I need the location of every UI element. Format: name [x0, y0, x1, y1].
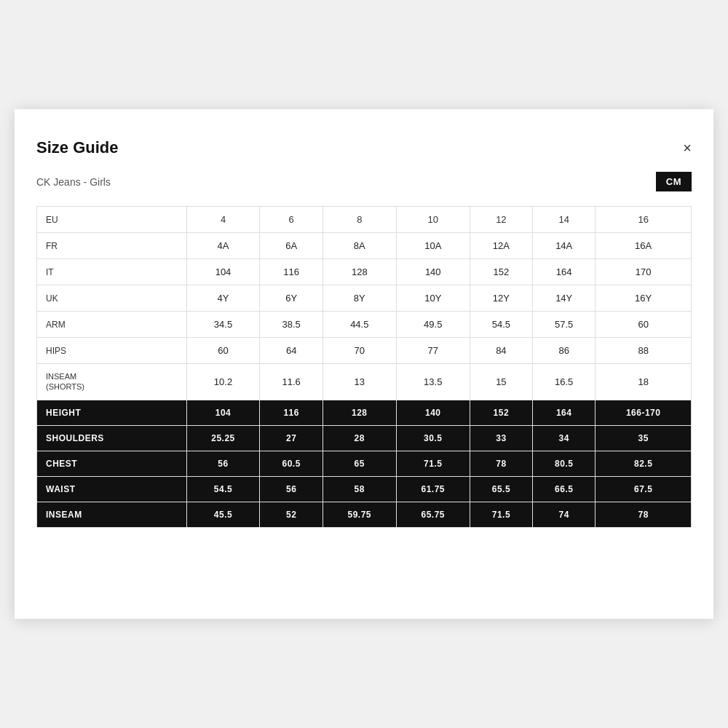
modal-header: Size Guide × — [36, 138, 692, 157]
row-label: IT — [37, 259, 187, 285]
table-row: WAIST54.5565861.7565.566.567.5 — [37, 476, 692, 502]
unit-toggle-button[interactable]: CM — [656, 172, 692, 191]
size-guide-table: EU46810121416FR4A6A8A10A12A14A16AIT10411… — [36, 206, 692, 528]
table-cell: 60 — [596, 312, 692, 338]
table-cell: 13.5 — [396, 364, 470, 400]
table-row: HEIGHT104116128140152164166-170 — [37, 400, 692, 425]
table-row: CHEST5660.56571.57880.582.5 — [37, 451, 692, 476]
table-cell: 16Y — [596, 285, 692, 312]
table-cell: 54.5 — [470, 312, 532, 338]
subtitle-row: CK Jeans - Girls CM — [36, 172, 692, 191]
table-cell: 16.5 — [533, 364, 596, 400]
table-cell: 164 — [533, 400, 596, 425]
table-cell: 128 — [323, 259, 396, 285]
row-label: UK — [37, 285, 187, 312]
table-row: SHOULDERS25.25272830.5333435 — [37, 425, 692, 451]
size-guide-modal: Size Guide × CK Jeans - Girls CM EU46810… — [15, 109, 713, 619]
table-cell: 71.5 — [470, 502, 532, 527]
table-cell: 88 — [596, 338, 692, 364]
table-row: IT104116128140152164170 — [37, 259, 692, 285]
table-row: HIPS60647077848688 — [37, 338, 692, 364]
table-cell: 71.5 — [396, 451, 470, 476]
table-cell: 6 — [260, 207, 323, 233]
table-cell: 116 — [260, 400, 323, 425]
table-cell: 16A — [596, 233, 692, 259]
table-cell: 56 — [260, 476, 323, 502]
table-cell: 14A — [533, 233, 596, 259]
table-cell: 74 — [533, 502, 596, 527]
table-cell: 164 — [533, 259, 596, 285]
table-cell: 6Y — [260, 285, 323, 312]
table-cell: 78 — [470, 451, 532, 476]
table-cell: 116 — [260, 259, 323, 285]
table-cell: 80.5 — [533, 451, 596, 476]
table-cell: 54.5 — [186, 476, 260, 502]
row-label: INSEAM(SHORTS) — [37, 364, 187, 400]
table-cell: 140 — [396, 259, 470, 285]
table-cell: 12A — [470, 233, 532, 259]
table-cell: 10 — [396, 207, 470, 233]
table-cell: 166-170 — [596, 400, 692, 425]
table-cell: 18 — [596, 364, 692, 400]
table-cell: 4A — [186, 233, 260, 259]
close-button[interactable]: × — [683, 141, 692, 155]
table-cell: 14Y — [533, 285, 596, 312]
row-label: FR — [37, 233, 187, 259]
table-cell: 8A — [323, 233, 396, 259]
table-cell: 104 — [186, 259, 260, 285]
table-cell: 170 — [596, 259, 692, 285]
table-row: EU46810121416 — [37, 207, 692, 233]
table-cell: 10.2 — [186, 364, 260, 400]
table-row: FR4A6A8A10A12A14A16A — [37, 233, 692, 259]
table-cell: 52 — [260, 502, 323, 527]
table-cell: 10Y — [396, 285, 470, 312]
table-cell: 6A — [260, 233, 323, 259]
row-label: ARM — [37, 312, 187, 338]
table-cell: 12 — [470, 207, 532, 233]
table-cell: 45.5 — [186, 502, 260, 527]
table-cell: 11.6 — [260, 364, 323, 400]
table-cell: 77 — [396, 338, 470, 364]
table-cell: 10A — [396, 233, 470, 259]
table-cell: 34 — [533, 425, 596, 451]
table-cell: 59.75 — [323, 502, 396, 527]
table-cell: 78 — [596, 502, 692, 527]
table-cell: 104 — [186, 400, 260, 425]
row-label: CHEST — [37, 451, 187, 476]
row-label: INSEAM — [37, 502, 187, 527]
table-cell: 25.25 — [186, 425, 260, 451]
table-cell: 30.5 — [396, 425, 470, 451]
table-cell: 13 — [323, 364, 396, 400]
table-cell: 35 — [596, 425, 692, 451]
table-cell: 28 — [323, 425, 396, 451]
table-cell: 44.5 — [323, 312, 396, 338]
table-cell: 8 — [323, 207, 396, 233]
table-cell: 34.5 — [186, 312, 260, 338]
table-cell: 64 — [260, 338, 323, 364]
table-row: INSEAM45.55259.7565.7571.57478 — [37, 502, 692, 527]
table-cell: 70 — [323, 338, 396, 364]
table-cell: 86 — [533, 338, 596, 364]
table-cell: 66.5 — [533, 476, 596, 502]
table-cell: 140 — [396, 400, 470, 425]
table-cell: 82.5 — [596, 451, 692, 476]
row-label: HIPS — [37, 338, 187, 364]
table-cell: 49.5 — [396, 312, 470, 338]
table-cell: 16 — [596, 207, 692, 233]
table-cell: 57.5 — [533, 312, 596, 338]
table-cell: 38.5 — [260, 312, 323, 338]
table-row: ARM34.538.544.549.554.557.560 — [37, 312, 692, 338]
table-cell: 27 — [260, 425, 323, 451]
table-cell: 8Y — [323, 285, 396, 312]
table-cell: 60.5 — [260, 451, 323, 476]
table-cell: 33 — [470, 425, 532, 451]
table-cell: 12Y — [470, 285, 532, 312]
modal-subtitle: CK Jeans - Girls — [36, 176, 111, 188]
table-cell: 65.5 — [470, 476, 532, 502]
row-label: WAIST — [37, 476, 187, 502]
modal-title: Size Guide — [36, 138, 118, 157]
table-cell: 128 — [323, 400, 396, 425]
table-cell: 152 — [470, 400, 532, 425]
table-cell: 152 — [470, 259, 532, 285]
table-row: INSEAM(SHORTS)10.211.61313.51516.518 — [37, 364, 692, 400]
